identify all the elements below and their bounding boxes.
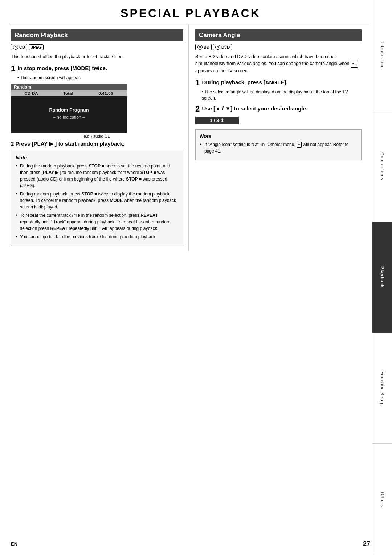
- svg-point-4: [215, 45, 220, 50]
- camera-angle-column: Camera Angle BD D: [189, 24, 367, 251]
- random-step1-heading: 1 In stop mode, press [MODE] twice.: [11, 64, 183, 73]
- screen-mockup: Random CD-DA Total 0:41:06 Random Progra…: [11, 84, 127, 133]
- camera-step1-heading: 1 During playback, press [ANGLE].: [195, 78, 362, 88]
- camera-angle-badges: BD DVD: [195, 44, 362, 50]
- random-step1: 1 In stop mode, press [MODE] twice. The …: [11, 64, 183, 81]
- camera-note-title: Note: [200, 133, 357, 139]
- sidebar-tab-connections[interactable]: Connections: [372, 111, 392, 222]
- camera-note-1: If "Angle Icon" setting is "Off" in "Oth…: [200, 141, 357, 154]
- page-title-bar: SPECIAL PLAYBACK: [11, 0, 370, 24]
- camera-step2-heading: 2 Use [▲ / ▼] to select your desired ang…: [195, 104, 362, 114]
- random-note-4: You cannot go back to the previous track…: [16, 234, 179, 240]
- random-step1-sub: The random screen will appear.: [17, 75, 183, 81]
- page-footer: EN 27: [11, 540, 370, 548]
- main-content: Random Playback CD JPEG This function sh…: [11, 24, 370, 251]
- svg-point-3: [199, 46, 201, 48]
- screen-col2: Total: [52, 90, 84, 96]
- screen-table: CD-DA Total 0:41:06: [11, 90, 127, 96]
- screen-col1: CD-DA: [11, 90, 52, 96]
- sidebar-tab-playback[interactable]: Playback: [372, 222, 392, 333]
- random-playback-intro: This function shuffles the playback orde…: [11, 53, 183, 60]
- sidebar-tab-introduction[interactable]: Introduction: [372, 0, 392, 111]
- cd-icon: [13, 45, 18, 50]
- jpeg-badge: JPEG: [29, 44, 44, 50]
- screen-caption: e.g.) audio CD: [11, 134, 183, 138]
- svg-point-1: [15, 46, 16, 48]
- no-indication-label: – no indication –: [15, 115, 123, 120]
- screen-body: Random Program – no indication –: [11, 96, 127, 133]
- random-step2-heading: 2 Press [PLAY ▶ ] to start random playba…: [11, 141, 183, 147]
- svg-point-5: [217, 46, 219, 48]
- footer-page-number: 27: [363, 540, 370, 548]
- svg-point-2: [198, 45, 203, 50]
- angle-bar: 1 / 3 ⇕: [195, 117, 239, 124]
- random-program-label: Random Program: [15, 107, 123, 113]
- random-note-3: To repeat the current track / file in th…: [16, 212, 179, 232]
- screen-col3: 0:41:06: [84, 90, 127, 96]
- random-playback-header: Random Playback: [11, 29, 183, 41]
- page-title: SPECIAL PLAYBACK: [11, 7, 370, 20]
- bd-badge: BD: [195, 44, 212, 50]
- camera-step2: 2 Use [▲ / ▼] to select your desired ang…: [195, 104, 362, 114]
- random-note-2: During random playback, press STOP ■ twi…: [16, 191, 179, 210]
- random-note-title: Note: [16, 155, 179, 161]
- bd-icon: [197, 45, 203, 50]
- page-wrapper: Introduction Connections Playback Functi…: [0, 0, 392, 555]
- random-note-box: Note During the random playback, press S…: [11, 151, 183, 246]
- dvd-icon: [215, 45, 220, 50]
- screen-header: Random: [11, 84, 127, 90]
- camera-angle-intro: Some BD-video and DVD-video contain scen…: [195, 53, 362, 74]
- camera-step1: 1 During playback, press [ANGLE]. The se…: [195, 78, 362, 101]
- camera-note-box: Note If "Angle Icon" setting is "Off" in…: [195, 129, 362, 160]
- random-playback-badges: CD JPEG: [11, 44, 183, 50]
- footer-lang: EN: [11, 541, 17, 547]
- random-playback-column: Random Playback CD JPEG This function sh…: [11, 24, 189, 251]
- svg-point-0: [13, 45, 18, 50]
- random-note-1: During the random playback, press STOP ■…: [16, 163, 179, 189]
- camera-step1-sub: The selected angle will be displayed on …: [202, 89, 362, 101]
- sidebar: Introduction Connections Playback Functi…: [372, 0, 392, 555]
- camera-angle-header: Camera Angle: [195, 29, 362, 41]
- dvd-badge: DVD: [213, 44, 232, 50]
- sidebar-tab-others[interactable]: Others: [372, 444, 392, 555]
- cd-badge: CD: [11, 44, 27, 50]
- random-step2: 2 Press [PLAY ▶ ] to start random playba…: [11, 141, 183, 147]
- sidebar-tab-function-setup[interactable]: Function Setup: [372, 333, 392, 444]
